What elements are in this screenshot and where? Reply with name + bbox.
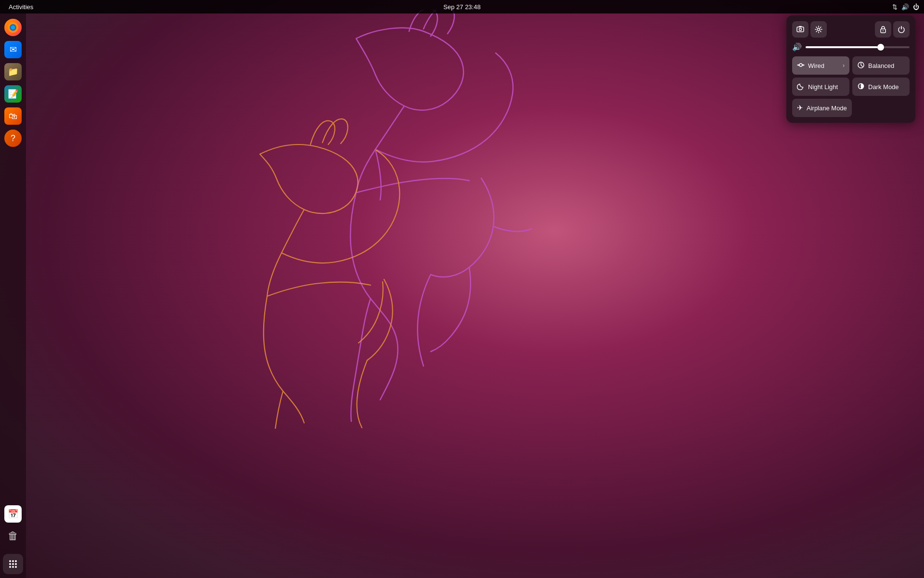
quick-settings-panel: 🔊 Wired › bbox=[786, 15, 915, 123]
dock-item-thunderbird[interactable]: ✉ bbox=[3, 39, 23, 60]
toggle-row-2: ✈ Airplane Mode bbox=[792, 99, 910, 117]
firefox-icon bbox=[4, 19, 22, 36]
libreoffice-icon: 📝 bbox=[4, 85, 22, 103]
wired-icon bbox=[797, 61, 805, 70]
power-icon bbox=[898, 26, 905, 33]
topbar: Activities Sep 27 23:48 ⇅ 🔊 ⏻ bbox=[0, 0, 924, 13]
wired-arrow: › bbox=[843, 62, 845, 69]
settings-button[interactable] bbox=[810, 21, 827, 38]
volume-slider[interactable] bbox=[806, 46, 910, 48]
power-status-icon[interactable]: ⏻ bbox=[913, 3, 919, 11]
desktop-background bbox=[0, 0, 924, 578]
volume-row: 🔊 bbox=[792, 42, 910, 52]
balanced-label: Balanced bbox=[868, 62, 894, 69]
night-light-icon bbox=[797, 82, 805, 92]
svg-point-18 bbox=[799, 64, 802, 66]
svg-point-8 bbox=[15, 563, 17, 565]
screenshot-icon bbox=[796, 26, 804, 33]
files-icon: 📁 bbox=[4, 63, 22, 80]
svg-point-19 bbox=[798, 64, 799, 66]
svg-point-9 bbox=[9, 566, 11, 568]
volume-slider-thumb bbox=[877, 44, 884, 51]
volume-icon: 🔊 bbox=[792, 42, 802, 52]
topbar-left: Activities bbox=[5, 3, 37, 11]
night-light-toggle[interactable]: Night Light bbox=[792, 78, 849, 96]
toggle-row-1: Night Light Dark Mode bbox=[792, 78, 910, 96]
help-icon: ? bbox=[4, 130, 22, 147]
panel-toolbar-icons bbox=[792, 21, 827, 38]
network-status-icon[interactable]: ⇅ bbox=[892, 3, 898, 11]
trash-icon: 🗑 bbox=[4, 527, 22, 545]
lock-icon bbox=[879, 26, 887, 33]
panel-toolbar-right-icons bbox=[875, 21, 910, 38]
svg-point-7 bbox=[12, 563, 14, 565]
svg-point-13 bbox=[799, 28, 802, 31]
volume-status-icon[interactable]: 🔊 bbox=[901, 3, 909, 11]
dock: ✉ 📁 📝 🛍 ? 📅 🗑 bbox=[0, 13, 26, 578]
dark-mode-label: Dark Mode bbox=[868, 83, 899, 91]
dock-item-firefox[interactable] bbox=[3, 17, 23, 38]
svg-point-17 bbox=[883, 30, 884, 31]
wired-toggle[interactable]: Wired › bbox=[792, 56, 849, 75]
software-icon: 🛍 bbox=[4, 107, 22, 125]
topbar-right: ⇅ 🔊 ⏻ bbox=[892, 3, 919, 11]
airplane-icon: ✈ bbox=[797, 104, 803, 112]
show-apps-button[interactable] bbox=[3, 554, 23, 574]
svg-point-10 bbox=[12, 566, 14, 568]
svg-rect-14 bbox=[799, 26, 802, 27]
airplane-label: Airplane Mode bbox=[807, 105, 847, 112]
svg-point-2 bbox=[11, 26, 15, 29]
panel-toolbar bbox=[792, 21, 910, 38]
dock-item-libreoffice[interactable]: 📝 bbox=[3, 84, 23, 104]
airplane-mode-toggle[interactable]: ✈ Airplane Mode bbox=[792, 99, 852, 117]
screenshot-button[interactable] bbox=[792, 21, 808, 38]
topbar-datetime[interactable]: Sep 27 23:48 bbox=[443, 3, 480, 11]
power-button[interactable] bbox=[893, 21, 910, 38]
svg-point-11 bbox=[15, 566, 17, 568]
show-apps-icon bbox=[8, 559, 18, 569]
svg-point-20 bbox=[803, 64, 804, 66]
lock-button[interactable] bbox=[875, 21, 891, 38]
settings-icon bbox=[815, 26, 822, 33]
dark-mode-toggle[interactable]: Dark Mode bbox=[852, 78, 910, 96]
svg-point-3 bbox=[9, 560, 11, 562]
balanced-toggle[interactable]: Balanced bbox=[852, 56, 910, 75]
toggle-row-0: Wired › Balanced bbox=[792, 56, 910, 75]
svg-point-4 bbox=[12, 560, 14, 562]
svg-point-6 bbox=[9, 563, 11, 565]
night-light-label: Night Light bbox=[808, 83, 838, 91]
svg-rect-12 bbox=[797, 27, 804, 32]
dock-item-software[interactable]: 🛍 bbox=[3, 106, 23, 126]
svg-point-15 bbox=[818, 28, 820, 31]
volume-slider-fill bbox=[806, 46, 881, 48]
dock-item-trash[interactable]: 🗑 bbox=[3, 526, 23, 546]
calendar-icon: 📅 bbox=[4, 505, 22, 523]
toggle-grid: Wired › Balanced bbox=[792, 56, 910, 117]
activities-button[interactable]: Activities bbox=[5, 3, 37, 11]
svg-point-5 bbox=[15, 560, 17, 562]
balanced-icon bbox=[857, 61, 865, 70]
dark-mode-icon bbox=[857, 82, 865, 92]
dock-item-files[interactable]: 📁 bbox=[3, 62, 23, 82]
dock-item-calendar[interactable]: 📅 bbox=[3, 504, 23, 524]
dock-item-help[interactable]: ? bbox=[3, 128, 23, 148]
wired-label: Wired bbox=[808, 62, 824, 69]
thunderbird-icon: ✉ bbox=[4, 41, 22, 58]
